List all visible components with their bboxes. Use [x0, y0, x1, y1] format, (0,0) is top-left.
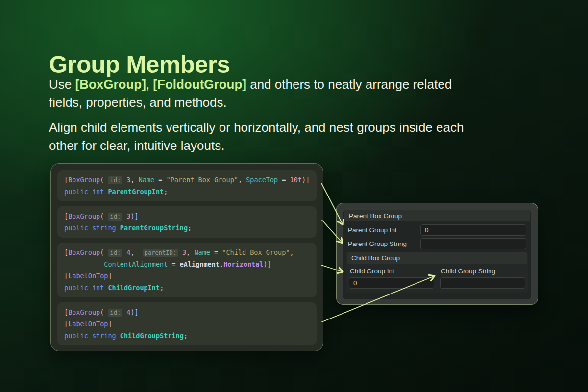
value-field[interactable] [420, 238, 526, 249]
child-box-group-header: Child Box Group [347, 252, 527, 264]
code-token-field: ParentGroupString [120, 224, 188, 232]
code-token-pun: , [186, 248, 194, 256]
code-block: [BoxGroup( id: 3, Name = "Parent Box Gro… [57, 170, 317, 201]
code-line: [BoxGroup( id: 4)] [64, 306, 310, 318]
code-token-pun [116, 224, 120, 232]
intro-line: Align child elements vertically or horiz… [49, 119, 559, 137]
code-token-br: [ [64, 212, 68, 220]
intro-text-segment: Align child elements vertically or horiz… [49, 120, 464, 135]
code-token-prop: Name [194, 248, 210, 256]
code-token-pun [88, 284, 92, 292]
code-token-prop: Name [139, 176, 155, 184]
field-label: Child Group Int [349, 268, 434, 277]
code-line: public int ChildGroupInt; [64, 282, 310, 294]
code-token-pun [88, 332, 92, 340]
inlay-hint: id: [108, 309, 122, 317]
code-line: [LabelOnTop] [64, 318, 310, 330]
code-token-attr: BoxGroup [68, 308, 100, 316]
inlay-hint: id: [108, 176, 122, 184]
intro-text-segment: Use [49, 77, 75, 92]
code-token-pun: = [278, 176, 290, 184]
value-field[interactable]: 0 [420, 224, 526, 236]
inlay-hint: parentID: [143, 249, 178, 257]
parent-box-group-header: Parent Box Group [344, 210, 530, 221]
code-line: [BoxGroup( id: 3, Name = "Parent Box Gro… [64, 174, 310, 186]
code-line: ContentAlignment = eAlignment.Horizontal… [64, 258, 310, 270]
code-token-kw: public [64, 284, 88, 292]
code-token-pun: ; [160, 284, 164, 292]
field-label: Parent Group String [348, 240, 420, 247]
page-title: Group Members [49, 50, 230, 78]
code-token-attr: BoxGroup [68, 248, 100, 256]
code-token-enum: Horizontal [223, 260, 263, 268]
code-token-br: ] [108, 320, 112, 328]
child-column: Child Group String [440, 268, 525, 289]
code-token-kw: public [64, 332, 88, 340]
intro-paragraph-2: Align child elements vertically or horiz… [49, 119, 559, 155]
code-token-attr: BoxGroup [68, 212, 100, 220]
code-block: [BoxGroup( id: 3)]public string ParentGr… [57, 206, 317, 238]
code-token-pun [116, 332, 120, 340]
code-token-kw: string [92, 332, 116, 340]
code-token-pun: , [130, 176, 138, 184]
code-token-str: "Child Box Group" [222, 248, 290, 256]
attribute-highlight: [BoxGroup] [75, 77, 146, 92]
code-token-pun: ; [164, 188, 168, 196]
inlay-hint: id: [108, 249, 122, 257]
code-token-pun [64, 260, 104, 268]
value-field[interactable] [440, 277, 525, 289]
code-block: [BoxGroup( id: 4)][LabelOnTop]public str… [57, 302, 317, 345]
code-token-field: ParentGroupInt [108, 188, 164, 196]
inlay-hint: id: [108, 213, 122, 220]
code-line: [LabelOnTop] [64, 270, 310, 282]
code-line: public int ParentGroupInt; [64, 186, 310, 197]
child-column: Child Group Int0 [349, 268, 434, 289]
attribute-highlight: [FoldoutGroup] [153, 77, 246, 92]
code-token-br: [ [64, 308, 68, 316]
code-token-kw: int [92, 284, 104, 292]
code-token-num: 10f [290, 176, 302, 184]
code-token-pun: = [168, 260, 179, 268]
code-token-kw: int [92, 188, 104, 196]
code-token-pun [88, 188, 92, 196]
code-token-pun: , [290, 248, 294, 256]
code-token-num: 3 [182, 248, 186, 256]
code-token-pun: ; [188, 224, 192, 232]
field-label: Parent Group Int [348, 226, 420, 234]
field-label: Child Group String [440, 268, 525, 277]
intro-text-segment: fields, properties, and methods. [49, 95, 227, 110]
code-token-attr: LabelOnTop [68, 320, 108, 328]
intro-text-segment: other for clear, intuitive layouts. [49, 138, 224, 153]
inspector-row: Parent Group Int0 [343, 224, 531, 236]
code-token-br: [ [64, 320, 68, 328]
code-token-br: )] [130, 212, 138, 220]
code-line: public string ParentGroupString; [64, 222, 310, 234]
code-token-pun: , [130, 248, 142, 256]
code-token-kw: string [92, 224, 116, 232]
code-token-br: )] [263, 260, 271, 268]
code-token-pun: ; [184, 332, 188, 340]
code-token-pun: , [238, 176, 246, 184]
inspector-row: Parent Group String [343, 238, 531, 249]
intro-paragraph-1: Use [BoxGroup], [FoldoutGroup] and other… [49, 75, 559, 112]
code-snippet-panel: [BoxGroup( id: 3, Name = "Parent Box Gro… [50, 163, 323, 351]
code-token-pun: = [210, 248, 222, 256]
intro-text-segment: , [146, 77, 153, 92]
value-field[interactable]: 0 [349, 277, 434, 289]
code-token-br: [ [64, 272, 68, 280]
code-line: public string ChildGroupString; [64, 330, 310, 342]
code-token-prop: ContentAlignment [104, 260, 168, 268]
code-token-pun: = [154, 176, 166, 184]
unity-inspector-preview: Parent Box Group Parent Group Int0Parent… [336, 203, 538, 305]
code-token-kw: public [64, 224, 88, 232]
intro-text-segment: and others to neatly arrange related [246, 77, 452, 92]
code-token-field: ChildGroupInt [108, 284, 160, 292]
code-token-field: ChildGroupString [120, 332, 184, 340]
code-token-pun: . [220, 260, 223, 268]
code-line: [BoxGroup( id: 3)] [64, 210, 310, 222]
code-line: [BoxGroup( id: 4, parentID: 3, Name = "C… [64, 246, 310, 258]
intro-line: Use [BoxGroup], [FoldoutGroup] and other… [49, 75, 559, 94]
code-token-br: )] [130, 308, 138, 316]
parent-box-group: Parent Box Group Parent Group Int0Parent… [343, 210, 531, 299]
intro-line: fields, properties, and methods. [49, 94, 559, 112]
